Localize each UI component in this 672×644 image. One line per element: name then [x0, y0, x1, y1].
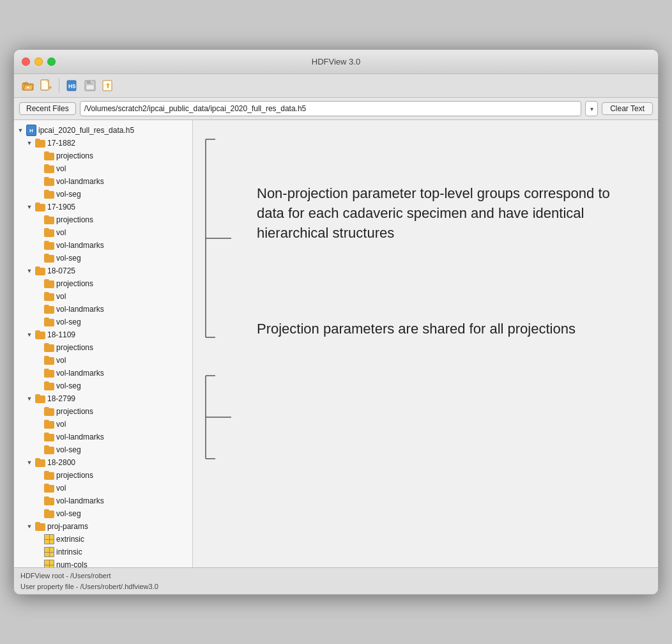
folder-icon-18-2799	[35, 394, 45, 403]
tree-item-17-1882-projections[interactable]: projections	[14, 150, 192, 162]
new-file-icon[interactable]	[38, 78, 54, 93]
tree-label: projections	[56, 470, 93, 481]
list-item[interactable]: vol-landmarks	[14, 494, 192, 507]
folder-icon	[44, 254, 54, 263]
list-item[interactable]: vol	[14, 226, 192, 239]
tree-item-18-2800[interactable]: 18-2800	[14, 456, 192, 469]
list-item[interactable]: vol-landmarks	[14, 303, 192, 316]
list-item[interactable]: vol-landmarks	[14, 239, 192, 252]
tree-label: vol-seg	[56, 444, 81, 456]
svg-text:H5: H5	[68, 83, 76, 89]
secondary-annotation-text: Projection parameters are shared for all…	[257, 319, 627, 339]
tree-label: extrinsic	[56, 533, 84, 545]
list-item[interactable]: vol	[14, 354, 192, 367]
toolbar-separator-1	[59, 79, 59, 93]
tree-label-17-1905: 17-1905	[47, 201, 75, 213]
minimize-button[interactable]	[34, 57, 43, 66]
tree-label: vol	[56, 291, 66, 302]
folder-icon	[44, 407, 54, 416]
tree-label-18-2800: 18-2800	[47, 457, 75, 468]
list-item[interactable]: vol	[14, 418, 192, 431]
tree-item-17-1882-vol[interactable]: vol	[14, 162, 192, 175]
open-folder-icon[interactable]	[20, 78, 36, 93]
folder-icon	[44, 484, 54, 493]
list-item[interactable]: projections	[14, 277, 192, 290]
list-item[interactable]: projections	[14, 213, 192, 226]
status-line-1: HDFView root - /Users/robert	[20, 571, 652, 581]
tree-label: vol-seg	[56, 188, 81, 200]
list-item[interactable]: num-cols	[14, 558, 192, 567]
tree-item-proj-params[interactable]: proj-params	[14, 520, 192, 533]
export-icon[interactable]	[100, 78, 116, 93]
tree-arrow-proj-params	[26, 523, 33, 530]
tree-label: vol-landmarks	[56, 176, 104, 187]
list-item[interactable]: vol-landmarks	[14, 367, 192, 379]
list-item[interactable]: vol-seg	[14, 443, 192, 456]
list-item[interactable]: vol-seg	[14, 316, 192, 328]
list-item[interactable]: vol	[14, 290, 192, 303]
tree-item-17-1882-vol-seg[interactable]: vol-seg	[14, 188, 192, 201]
tree-label: vol-seg	[56, 508, 81, 519]
tree-label-18-2799: 18-2799	[47, 393, 75, 404]
path-dropdown[interactable]: ▾	[585, 101, 598, 116]
title-bar: HDFView 3.0	[14, 50, 658, 74]
list-item[interactable]: vol-landmarks	[14, 431, 192, 443]
tree-label: intrinsic	[56, 546, 82, 558]
folder-icon	[44, 420, 54, 429]
folder-icon	[44, 445, 54, 454]
list-item[interactable]: extrinsic	[14, 533, 192, 546]
folder-icon	[44, 292, 54, 301]
tree-label: projections	[56, 150, 93, 162]
tree-item-17-1882-vol-landmarks[interactable]: vol-landmarks	[14, 175, 192, 188]
list-item[interactable]: vol-seg	[14, 379, 192, 392]
folder-icon-18-0725	[35, 266, 45, 275]
tree-arrow-17-1905	[26, 203, 33, 211]
list-item[interactable]: intrinsic	[14, 546, 192, 558]
folder-icon	[44, 381, 54, 390]
clear-text-button[interactable]: Clear Text	[602, 102, 653, 115]
tree-arrow-17-1882	[26, 139, 33, 147]
folder-icon	[44, 496, 54, 505]
tree-item-17-1882[interactable]: 17-1882	[14, 137, 192, 150]
file-tree-sidebar: ipcai_2020_full_res_data.h5 17-1882 proj…	[14, 120, 193, 567]
tree-root-item[interactable]: ipcai_2020_full_res_data.h5	[14, 124, 192, 137]
recent-files-button[interactable]: Recent Files	[19, 102, 76, 115]
tree-label: vol	[56, 482, 66, 494]
dataset-icon	[44, 547, 54, 557]
tree-label: projections	[56, 214, 93, 226]
folder-icon-proj-params	[35, 522, 45, 531]
folder-icon-18-1109	[35, 330, 45, 339]
tree-item-17-1905[interactable]: 17-1905	[14, 201, 192, 213]
tree-label: vol	[56, 418, 66, 430]
folder-icon-17-1905	[35, 203, 45, 211]
close-button[interactable]	[22, 57, 30, 66]
tree-label: vol	[56, 227, 66, 238]
dataset-icon	[44, 560, 54, 567]
tree-item-18-0725[interactable]: 18-0725	[14, 264, 192, 277]
tree-arrow-18-0725	[26, 267, 33, 275]
folder-icon	[44, 509, 54, 518]
list-item[interactable]: projections	[14, 469, 192, 482]
list-item[interactable]: projections	[14, 405, 192, 418]
annotation-block-main: Non-projection parameter top-level group…	[257, 184, 639, 243]
main-annotation-text: Non-projection parameter top-level group…	[257, 184, 627, 243]
tree-label: projections	[56, 342, 93, 353]
window-title: HDFView 3.0	[312, 57, 360, 66]
tree-item-18-1109[interactable]: 18-1109	[14, 328, 192, 341]
tree-item-18-2799[interactable]: 18-2799	[14, 392, 192, 405]
tree-label: vol	[56, 355, 66, 366]
path-input[interactable]	[80, 101, 581, 116]
tree-label: projections	[56, 278, 93, 289]
list-item[interactable]: vol-seg	[14, 252, 192, 264]
list-item[interactable]: vol-seg	[14, 507, 192, 520]
dataset-icon	[44, 534, 54, 544]
traffic-lights	[22, 57, 56, 66]
list-item[interactable]: vol	[14, 482, 192, 494]
list-item[interactable]: projections	[14, 341, 192, 354]
tree-label: vol-landmarks	[56, 240, 104, 251]
hdf-icon[interactable]: H5	[65, 78, 80, 93]
maximize-button[interactable]	[47, 57, 56, 66]
folder-icon	[44, 279, 54, 288]
save-icon[interactable]	[82, 78, 98, 93]
tree-label-17-1882: 17-1882	[47, 137, 75, 149]
